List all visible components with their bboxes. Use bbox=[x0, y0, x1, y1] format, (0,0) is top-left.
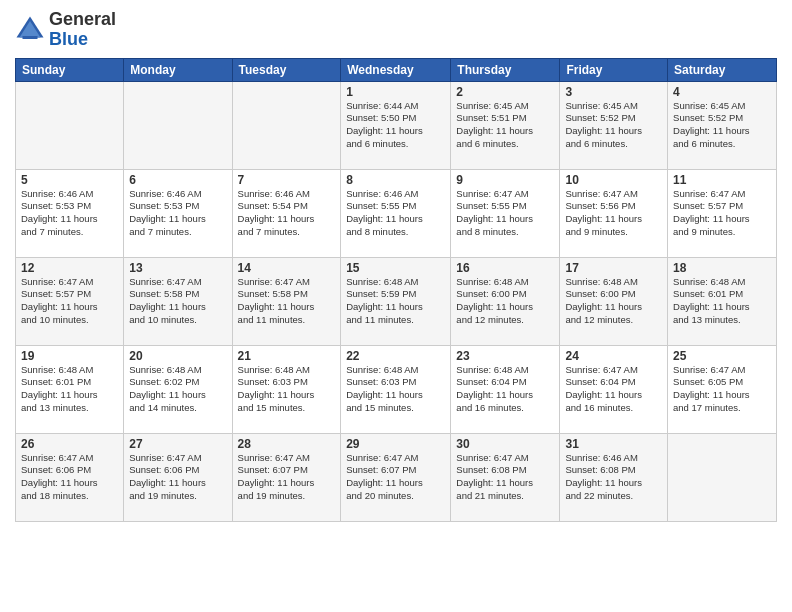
calendar-cell: 27Sunrise: 6:47 AMSunset: 6:06 PMDayligh… bbox=[124, 433, 232, 521]
calendar-cell: 17Sunrise: 6:48 AMSunset: 6:00 PMDayligh… bbox=[560, 257, 668, 345]
day-number: 14 bbox=[238, 261, 336, 275]
day-info: Sunrise: 6:46 AMSunset: 5:55 PMDaylight:… bbox=[346, 188, 445, 239]
calendar-cell: 19Sunrise: 6:48 AMSunset: 6:01 PMDayligh… bbox=[16, 345, 124, 433]
week-row-1: 5Sunrise: 6:46 AMSunset: 5:53 PMDaylight… bbox=[16, 169, 777, 257]
day-number: 2 bbox=[456, 85, 554, 99]
day-number: 6 bbox=[129, 173, 226, 187]
day-info: Sunrise: 6:47 AMSunset: 6:05 PMDaylight:… bbox=[673, 364, 771, 415]
day-info: Sunrise: 6:45 AMSunset: 5:52 PMDaylight:… bbox=[565, 100, 662, 151]
day-number: 24 bbox=[565, 349, 662, 363]
day-number: 11 bbox=[673, 173, 771, 187]
day-info: Sunrise: 6:45 AMSunset: 5:52 PMDaylight:… bbox=[673, 100, 771, 151]
day-number: 9 bbox=[456, 173, 554, 187]
day-number: 1 bbox=[346, 85, 445, 99]
calendar-cell: 12Sunrise: 6:47 AMSunset: 5:57 PMDayligh… bbox=[16, 257, 124, 345]
calendar-cell: 1Sunrise: 6:44 AMSunset: 5:50 PMDaylight… bbox=[341, 81, 451, 169]
day-number: 16 bbox=[456, 261, 554, 275]
day-info: Sunrise: 6:47 AMSunset: 6:07 PMDaylight:… bbox=[346, 452, 445, 503]
calendar-cell: 26Sunrise: 6:47 AMSunset: 6:06 PMDayligh… bbox=[16, 433, 124, 521]
calendar-cell: 25Sunrise: 6:47 AMSunset: 6:05 PMDayligh… bbox=[668, 345, 777, 433]
day-number: 26 bbox=[21, 437, 118, 451]
calendar-cell: 3Sunrise: 6:45 AMSunset: 5:52 PMDaylight… bbox=[560, 81, 668, 169]
day-info: Sunrise: 6:47 AMSunset: 5:58 PMDaylight:… bbox=[238, 276, 336, 327]
weekday-header-saturday: Saturday bbox=[668, 58, 777, 81]
calendar-cell: 6Sunrise: 6:46 AMSunset: 5:53 PMDaylight… bbox=[124, 169, 232, 257]
calendar-cell: 30Sunrise: 6:47 AMSunset: 6:08 PMDayligh… bbox=[451, 433, 560, 521]
header: General Blue bbox=[15, 10, 777, 50]
day-info: Sunrise: 6:48 AMSunset: 6:00 PMDaylight:… bbox=[456, 276, 554, 327]
day-number: 13 bbox=[129, 261, 226, 275]
calendar-cell: 16Sunrise: 6:48 AMSunset: 6:00 PMDayligh… bbox=[451, 257, 560, 345]
day-info: Sunrise: 6:48 AMSunset: 6:03 PMDaylight:… bbox=[346, 364, 445, 415]
day-number: 20 bbox=[129, 349, 226, 363]
day-info: Sunrise: 6:46 AMSunset: 5:53 PMDaylight:… bbox=[21, 188, 118, 239]
weekday-header-friday: Friday bbox=[560, 58, 668, 81]
calendar-cell: 2Sunrise: 6:45 AMSunset: 5:51 PMDaylight… bbox=[451, 81, 560, 169]
calendar-cell: 15Sunrise: 6:48 AMSunset: 5:59 PMDayligh… bbox=[341, 257, 451, 345]
day-info: Sunrise: 6:47 AMSunset: 6:06 PMDaylight:… bbox=[21, 452, 118, 503]
calendar-cell: 13Sunrise: 6:47 AMSunset: 5:58 PMDayligh… bbox=[124, 257, 232, 345]
weekday-header-row: SundayMondayTuesdayWednesdayThursdayFrid… bbox=[16, 58, 777, 81]
day-info: Sunrise: 6:48 AMSunset: 6:01 PMDaylight:… bbox=[673, 276, 771, 327]
calendar-cell: 10Sunrise: 6:47 AMSunset: 5:56 PMDayligh… bbox=[560, 169, 668, 257]
day-info: Sunrise: 6:47 AMSunset: 5:57 PMDaylight:… bbox=[21, 276, 118, 327]
calendar-cell: 4Sunrise: 6:45 AMSunset: 5:52 PMDaylight… bbox=[668, 81, 777, 169]
weekday-header-monday: Monday bbox=[124, 58, 232, 81]
weekday-header-wednesday: Wednesday bbox=[341, 58, 451, 81]
calendar-cell: 7Sunrise: 6:46 AMSunset: 5:54 PMDaylight… bbox=[232, 169, 341, 257]
day-number: 4 bbox=[673, 85, 771, 99]
day-info: Sunrise: 6:47 AMSunset: 6:08 PMDaylight:… bbox=[456, 452, 554, 503]
svg-rect-2 bbox=[23, 36, 38, 39]
day-number: 17 bbox=[565, 261, 662, 275]
calendar-cell: 5Sunrise: 6:46 AMSunset: 5:53 PMDaylight… bbox=[16, 169, 124, 257]
day-number: 15 bbox=[346, 261, 445, 275]
day-number: 25 bbox=[673, 349, 771, 363]
week-row-0: 1Sunrise: 6:44 AMSunset: 5:50 PMDaylight… bbox=[16, 81, 777, 169]
calendar-cell: 21Sunrise: 6:48 AMSunset: 6:03 PMDayligh… bbox=[232, 345, 341, 433]
weekday-header-sunday: Sunday bbox=[16, 58, 124, 81]
day-info: Sunrise: 6:45 AMSunset: 5:51 PMDaylight:… bbox=[456, 100, 554, 151]
calendar-cell: 14Sunrise: 6:47 AMSunset: 5:58 PMDayligh… bbox=[232, 257, 341, 345]
calendar-cell: 23Sunrise: 6:48 AMSunset: 6:04 PMDayligh… bbox=[451, 345, 560, 433]
day-info: Sunrise: 6:48 AMSunset: 6:03 PMDaylight:… bbox=[238, 364, 336, 415]
day-number: 23 bbox=[456, 349, 554, 363]
calendar-cell bbox=[124, 81, 232, 169]
calendar-cell: 18Sunrise: 6:48 AMSunset: 6:01 PMDayligh… bbox=[668, 257, 777, 345]
day-number: 12 bbox=[21, 261, 118, 275]
week-row-3: 19Sunrise: 6:48 AMSunset: 6:01 PMDayligh… bbox=[16, 345, 777, 433]
page: General Blue SundayMondayTuesdayWednesda… bbox=[0, 0, 792, 612]
day-number: 19 bbox=[21, 349, 118, 363]
day-info: Sunrise: 6:47 AMSunset: 5:56 PMDaylight:… bbox=[565, 188, 662, 239]
logo-icon bbox=[15, 15, 45, 45]
day-number: 18 bbox=[673, 261, 771, 275]
day-number: 31 bbox=[565, 437, 662, 451]
day-info: Sunrise: 6:46 AMSunset: 5:53 PMDaylight:… bbox=[129, 188, 226, 239]
day-number: 10 bbox=[565, 173, 662, 187]
day-info: Sunrise: 6:47 AMSunset: 5:55 PMDaylight:… bbox=[456, 188, 554, 239]
day-info: Sunrise: 6:46 AMSunset: 6:08 PMDaylight:… bbox=[565, 452, 662, 503]
day-info: Sunrise: 6:47 AMSunset: 5:57 PMDaylight:… bbox=[673, 188, 771, 239]
weekday-header-thursday: Thursday bbox=[451, 58, 560, 81]
day-info: Sunrise: 6:46 AMSunset: 5:54 PMDaylight:… bbox=[238, 188, 336, 239]
day-info: Sunrise: 6:44 AMSunset: 5:50 PMDaylight:… bbox=[346, 100, 445, 151]
logo: General Blue bbox=[15, 10, 116, 50]
day-info: Sunrise: 6:48 AMSunset: 6:04 PMDaylight:… bbox=[456, 364, 554, 415]
day-number: 21 bbox=[238, 349, 336, 363]
calendar-cell: 29Sunrise: 6:47 AMSunset: 6:07 PMDayligh… bbox=[341, 433, 451, 521]
day-info: Sunrise: 6:48 AMSunset: 5:59 PMDaylight:… bbox=[346, 276, 445, 327]
calendar-cell: 22Sunrise: 6:48 AMSunset: 6:03 PMDayligh… bbox=[341, 345, 451, 433]
calendar: SundayMondayTuesdayWednesdayThursdayFrid… bbox=[15, 58, 777, 522]
calendar-cell: 9Sunrise: 6:47 AMSunset: 5:55 PMDaylight… bbox=[451, 169, 560, 257]
calendar-cell: 31Sunrise: 6:46 AMSunset: 6:08 PMDayligh… bbox=[560, 433, 668, 521]
calendar-cell bbox=[232, 81, 341, 169]
week-row-2: 12Sunrise: 6:47 AMSunset: 5:57 PMDayligh… bbox=[16, 257, 777, 345]
day-info: Sunrise: 6:48 AMSunset: 6:02 PMDaylight:… bbox=[129, 364, 226, 415]
day-info: Sunrise: 6:47 AMSunset: 6:04 PMDaylight:… bbox=[565, 364, 662, 415]
day-info: Sunrise: 6:48 AMSunset: 6:00 PMDaylight:… bbox=[565, 276, 662, 327]
day-number: 28 bbox=[238, 437, 336, 451]
day-number: 3 bbox=[565, 85, 662, 99]
day-number: 30 bbox=[456, 437, 554, 451]
calendar-cell bbox=[668, 433, 777, 521]
calendar-cell: 8Sunrise: 6:46 AMSunset: 5:55 PMDaylight… bbox=[341, 169, 451, 257]
calendar-cell: 20Sunrise: 6:48 AMSunset: 6:02 PMDayligh… bbox=[124, 345, 232, 433]
